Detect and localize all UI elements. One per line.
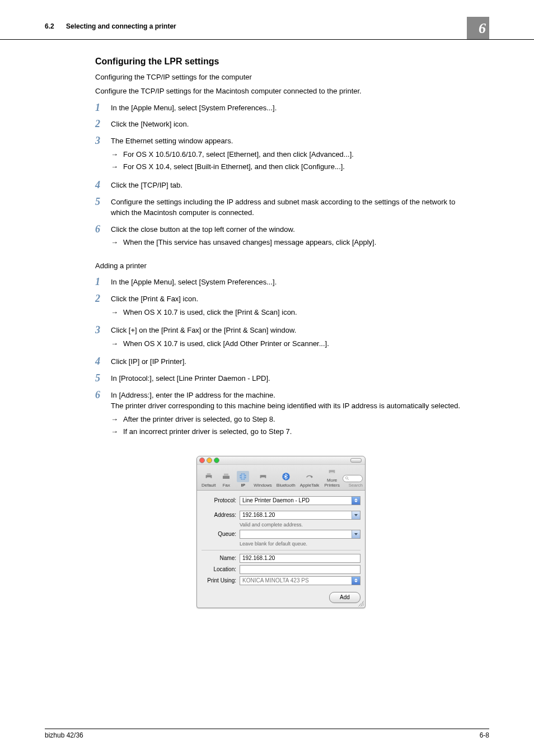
toolbar-item-appletalk[interactable]: AppleTalk bbox=[298, 471, 322, 488]
toolbar-item-fax[interactable]: Fax bbox=[218, 471, 235, 488]
sub-item: For OS X 10.5/10.6/10.7, select [Etherne… bbox=[111, 149, 467, 160]
dialog-footer: Add bbox=[197, 591, 365, 608]
step-text-2: The printer driver corresponding to this… bbox=[111, 400, 467, 412]
toolbar-search: Search bbox=[343, 475, 363, 488]
step-text: Click the [Network] icon. bbox=[111, 119, 467, 130]
footer-product: bizhub 42/36 bbox=[45, 731, 83, 739]
printer-icon bbox=[203, 471, 215, 482]
dialog-toolbar: Default Fax IP Windows Bluetooth bbox=[197, 465, 365, 491]
step-text: In the [Apple Menu], select [System Pref… bbox=[111, 277, 467, 288]
page-header: 6.2 Selecting and connecting a printer 6 bbox=[0, 0, 534, 40]
toolbar-item-more-printers[interactable]: More Printers bbox=[321, 466, 343, 488]
sub-list: For OS X 10.5/10.6/10.7, select [Etherne… bbox=[111, 149, 467, 172]
step-text: Click [IP] or [IP Printer]. bbox=[111, 356, 467, 367]
sub-item: If an incorrect printer driver is select… bbox=[111, 426, 467, 437]
svg-line-12 bbox=[348, 479, 349, 480]
step-item: 4 Click [IP] or [IP Printer]. bbox=[95, 356, 467, 367]
sub-list: When the [This service has unsaved chang… bbox=[111, 237, 467, 248]
step-number: 6 bbox=[95, 224, 111, 250]
label-location: Location: bbox=[202, 566, 240, 572]
section-title: Selecting and connecting a printer bbox=[66, 22, 176, 30]
footer-page: 6-8 bbox=[480, 731, 489, 739]
toolbar-item-windows[interactable]: Windows bbox=[251, 471, 274, 488]
step-item: 2 Click the [Print & Fax] icon. When OS … bbox=[95, 293, 467, 319]
svg-rect-7 bbox=[261, 477, 265, 479]
toolbar-label: Default bbox=[202, 483, 216, 488]
toolbar-item-bluetooth[interactable]: Bluetooth bbox=[274, 471, 298, 488]
appletalk-icon bbox=[303, 471, 316, 482]
protocol-select[interactable]: Line Printer Daemon - LPD bbox=[240, 496, 360, 505]
sub-list: When OS X 10.7 is used, click [Add Other… bbox=[111, 338, 467, 349]
minimize-icon[interactable] bbox=[207, 458, 212, 463]
step-number: 4 bbox=[95, 356, 111, 367]
steps-tcpip: 1 In the [Apple Menu], select [System Pr… bbox=[95, 102, 467, 250]
search-input[interactable] bbox=[343, 475, 363, 482]
queue-hint: Leave blank for default queue. bbox=[240, 541, 360, 547]
print-using-value: KONICA MINOLTA 423 PS bbox=[242, 577, 309, 584]
step-number: 3 bbox=[95, 136, 111, 174]
step-text: Click [+] on the [Print & Fax] or the [P… bbox=[111, 325, 467, 336]
toolbar-item-default[interactable]: Default bbox=[199, 471, 218, 488]
dialog-titlebar bbox=[197, 456, 365, 465]
toolbar-pill-icon[interactable] bbox=[350, 458, 362, 463]
svg-rect-4 bbox=[224, 473, 228, 475]
chevron-updown-icon bbox=[352, 497, 360, 505]
step-number: 6 bbox=[95, 390, 111, 439]
step-item: 3 The Ethernet setting window appears. F… bbox=[95, 136, 467, 174]
step-number: 2 bbox=[95, 293, 111, 319]
step-text: In the [Apple Menu], select [System Pref… bbox=[111, 102, 467, 114]
intro-line-1: Configuring the TCP/IP settings for the … bbox=[95, 72, 467, 83]
close-icon[interactable] bbox=[199, 458, 205, 463]
name-value: 192.168.1.20 bbox=[242, 555, 275, 561]
bluetooth-icon bbox=[280, 471, 292, 482]
location-field[interactable] bbox=[240, 565, 360, 574]
dialog-body: Protocol: Line Printer Daemon - LPD Addr… bbox=[197, 491, 365, 591]
label-address: Address: bbox=[202, 512, 240, 518]
address-field[interactable]: 192.168.1.20 bbox=[240, 511, 360, 520]
step-text: The Ethernet setting window appears. bbox=[111, 136, 467, 147]
sub-item: After the printer driver is selected, go… bbox=[111, 414, 467, 425]
content: Configuring the LPR settings Configuring… bbox=[0, 40, 534, 608]
chevron-down-icon bbox=[352, 530, 360, 538]
svg-point-11 bbox=[345, 477, 348, 479]
svg-rect-10 bbox=[330, 472, 334, 474]
step-item: 4 Click the [TCP/IP] tab. bbox=[95, 180, 467, 191]
print-using-select[interactable]: KONICA MINOLTA 423 PS bbox=[240, 576, 360, 585]
windows-printer-icon bbox=[257, 471, 269, 482]
sub-item: When OS X 10.7 is used, click [Add Other… bbox=[111, 338, 467, 349]
zoom-icon[interactable] bbox=[214, 458, 219, 463]
name-field[interactable]: 192.168.1.20 bbox=[240, 554, 360, 563]
more-printers-icon bbox=[326, 466, 338, 477]
step-text: In [Address:], enter the IP address for … bbox=[111, 390, 467, 401]
address-hint: Valid and complete address. bbox=[240, 522, 360, 528]
search-icon bbox=[345, 476, 349, 480]
step-item: 3 Click [+] on the [Print & Fax] or the … bbox=[95, 325, 467, 351]
step-item: 5 Configure the settings including the I… bbox=[95, 197, 467, 218]
step-number: 3 bbox=[95, 325, 111, 351]
queue-field[interactable] bbox=[240, 530, 360, 539]
step-item: 1 In the [Apple Menu], select [System Pr… bbox=[95, 102, 467, 114]
separator bbox=[202, 550, 360, 550]
chevron-down-icon bbox=[352, 511, 360, 519]
sub-item: When the [This service has unsaved chang… bbox=[111, 237, 467, 248]
heading-configuring-lpr: Configuring the LPR settings bbox=[95, 57, 467, 67]
search-label: Search bbox=[349, 483, 363, 488]
sub-list: When OS X 10.7 is used, click the [Print… bbox=[111, 307, 467, 318]
toolbar-item-ip[interactable]: IP bbox=[235, 471, 251, 488]
steps-add-printer: 1 In the [Apple Menu], select [System Pr… bbox=[95, 277, 467, 438]
label-print-using: Print Using: bbox=[202, 577, 240, 584]
add-button-label: Add bbox=[340, 594, 350, 600]
protocol-value: Line Printer Daemon - LPD bbox=[242, 497, 310, 503]
svg-rect-2 bbox=[207, 477, 210, 479]
step-text: Click the close button at the top left c… bbox=[111, 224, 467, 235]
add-button[interactable]: Add bbox=[329, 592, 360, 603]
step-number: 5 bbox=[95, 373, 111, 384]
address-value: 192.168.1.20 bbox=[242, 512, 275, 518]
add-printer-dialog: Default Fax IP Windows Bluetooth bbox=[95, 456, 467, 608]
chevron-updown-icon bbox=[352, 577, 360, 585]
sub-list: After the printer driver is selected, go… bbox=[111, 414, 467, 437]
step-text: Click the [Print & Fax] icon. bbox=[111, 293, 467, 305]
section-number: 6.2 bbox=[45, 22, 54, 30]
toolbar-label: Windows bbox=[254, 483, 271, 488]
resize-handle-icon[interactable] bbox=[358, 601, 364, 606]
